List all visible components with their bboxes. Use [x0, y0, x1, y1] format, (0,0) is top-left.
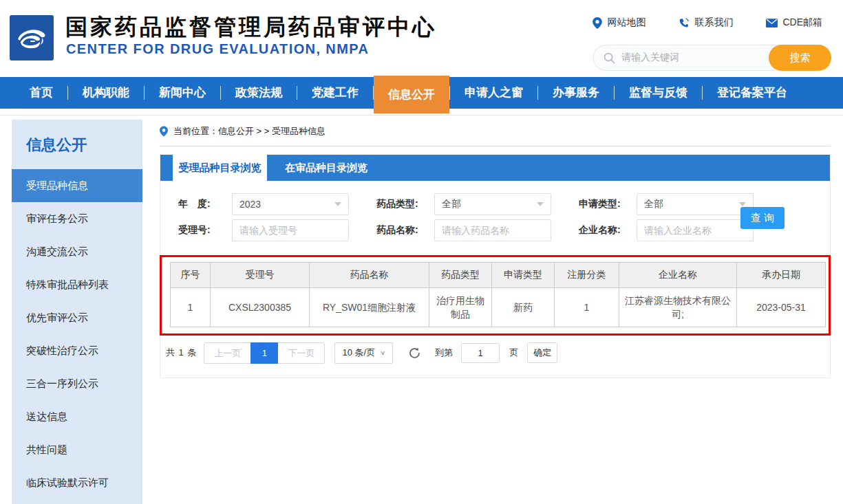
acceptance-number-input[interactable]: [239, 225, 341, 236]
nav-bottom-divider: [0, 115, 843, 116]
year-label: 年 度:: [178, 198, 232, 210]
sidebar-item-review-tasks[interactable]: 审评任务公示: [12, 202, 142, 235]
page-1-button[interactable]: 1: [250, 342, 278, 364]
location-pin-icon: [160, 126, 168, 137]
tab-bar: 受理品种目录浏览 在审品种目录浏览: [160, 155, 830, 181]
col-header-application-type: 申请类型: [492, 263, 555, 288]
company-name-label: 企业名称:: [579, 224, 637, 237]
cde-mail-link-label: CDE邮箱: [782, 17, 822, 29]
acceptance-number-field-box: [232, 219, 349, 241]
filter-row-1: 年 度: 2023 药品类型: 全部 申请类型: 全部: [178, 193, 830, 215]
phone-icon: [679, 17, 690, 28]
main-content: 当前位置：信息公开 > > 受理品种信息 受理品种目录浏览 在审品种目录浏览 年…: [160, 120, 831, 378]
breadcrumb-divider: [160, 146, 831, 146]
company-name-field-box: [637, 219, 754, 241]
cell-acceptance-number: CXSL2300385: [211, 288, 310, 327]
col-header-drug-name: 药品名称: [310, 263, 429, 288]
year-select[interactable]: 2023: [232, 193, 349, 215]
chevron-down-icon: [739, 202, 746, 206]
sitemap-link-label: 网站地图: [607, 17, 645, 29]
sidebar-item-communication[interactable]: 沟通交流公示: [12, 235, 142, 268]
application-type-select-value: 全部: [644, 198, 663, 210]
page-size-select[interactable]: 10 条/页 ∨: [334, 342, 393, 364]
tab-under-review-catalog[interactable]: 在审品种目录浏览: [267, 155, 385, 181]
col-header-drug-type: 药品类型: [429, 263, 492, 288]
cell-application-type: 新药: [492, 288, 555, 327]
contact-us-link[interactable]: 联系我们: [679, 17, 733, 29]
drug-name-input[interactable]: [442, 225, 544, 236]
acceptance-number-label: 受理号:: [178, 224, 232, 237]
confirm-button[interactable]: 确定: [527, 342, 557, 363]
search-button[interactable]: 搜索: [769, 45, 831, 71]
col-header-handling-date: 承办日期: [737, 263, 826, 288]
drug-name-label: 药品名称:: [376, 224, 434, 237]
sidebar-item-delivery-info[interactable]: 送达信息: [12, 400, 142, 433]
page-size-value: 10 条/页: [342, 347, 375, 359]
tab-accepted-catalog[interactable]: 受理品种目录浏览: [173, 155, 267, 181]
sidebar-item-special-approval[interactable]: 特殊审批品种列表: [12, 268, 142, 301]
drug-type-label: 药品类型:: [376, 198, 434, 210]
search-input[interactable]: 请输入关键词: [621, 52, 679, 64]
cell-registration-class: 1: [555, 288, 619, 327]
total-count-label: 共 1 条: [166, 347, 197, 359]
mail-icon: [766, 19, 778, 28]
nav-item-home[interactable]: 首页: [15, 77, 67, 109]
chevron-down-icon: ∨: [380, 349, 385, 356]
filter-row-2: 受理号: 药品名称: 企业名称:: [178, 219, 830, 241]
goto-page-label: 到第: [435, 347, 453, 359]
prev-page-button[interactable]: 上一页: [204, 343, 250, 363]
sidebar: 信息公开 受理品种信息 审评任务公示 沟通交流公示 特殊审批品种列表 优先审评公…: [12, 120, 142, 504]
col-header-registration-class: 注册分类: [555, 263, 619, 288]
chevron-down-icon: [537, 202, 544, 206]
application-type-select[interactable]: 全部: [637, 193, 754, 215]
breadcrumb-text: 当前位置：信息公开 > > 受理品种信息: [173, 125, 326, 138]
cde-mail-link[interactable]: CDE邮箱: [766, 17, 822, 29]
table-header-row: 序号 受理号 药品名称 药品类型 申请类型 注册分类 企业名称 承办日期: [171, 263, 826, 288]
nav-item-info-disclosure[interactable]: 信息公开: [374, 76, 449, 113]
nav-item-supervision-feedback[interactable]: 监督与反馈: [615, 77, 702, 109]
drug-type-select[interactable]: 全部: [434, 193, 551, 215]
nav-item-policies[interactable]: 政策法规: [221, 77, 297, 109]
nav-item-functions[interactable]: 机构职能: [68, 77, 144, 109]
goto-page-input[interactable]: [461, 343, 500, 363]
nav-item-services[interactable]: 办事服务: [538, 77, 614, 109]
col-header-acceptance-number: 受理号: [211, 263, 310, 288]
sidebar-item-clinical-trial-implied-license[interactable]: 临床试验默示许可: [12, 466, 142, 499]
sidebar-item-priority-review[interactable]: 优先审评公示: [12, 301, 142, 334]
site-title-chinese: 国家药品监督管理局药品审评中心: [65, 12, 437, 43]
page-unit-label: 页: [509, 347, 518, 359]
next-page-button[interactable]: 下一页: [278, 343, 324, 363]
sidebar-item-accepted-varieties[interactable]: 受理品种信息: [12, 169, 142, 202]
results-table: 序号 受理号 药品名称 药品类型 申请类型 注册分类 企业名称 承办日期 1 C…: [170, 262, 826, 327]
cell-seq: 1: [171, 288, 211, 327]
sidebar-item-breakthrough-therapy[interactable]: 突破性治疗公示: [12, 334, 142, 367]
drug-name-field-box: [434, 219, 551, 241]
company-name-input[interactable]: [644, 225, 746, 236]
col-header-seq: 序号: [171, 263, 211, 288]
cell-drug-type: 治疗用生物制品: [429, 288, 492, 327]
refresh-button[interactable]: [408, 347, 421, 360]
cell-drug-name: RY_SW01细胞注射液: [310, 288, 429, 327]
swan-logo-icon: [14, 24, 50, 52]
sidebar-item-three-in-one[interactable]: 三合一序列公示: [12, 367, 142, 400]
cde-logo[interactable]: [10, 15, 54, 61]
site-title-english: CENTER FOR DRUG EVALUATION, NMPA: [66, 41, 369, 57]
sidebar-title: 信息公开: [12, 120, 142, 169]
chevron-down-icon: [334, 202, 341, 206]
nav-item-registration-platform[interactable]: 登记备案平台: [703, 77, 802, 109]
breadcrumb: 当前位置：信息公开 > > 受理品种信息: [160, 120, 831, 140]
refresh-icon: [408, 347, 421, 360]
query-button[interactable]: 查 询: [740, 207, 785, 229]
nav-item-party-building[interactable]: 党建工作: [297, 77, 373, 109]
drug-type-select-value: 全部: [442, 198, 461, 210]
filter-form: 年 度: 2023 药品类型: 全部 申请类型: 全部 受理号:: [160, 181, 830, 255]
nav-item-news[interactable]: 新闻中心: [145, 77, 220, 109]
application-type-label: 申请类型:: [579, 198, 637, 210]
sidebar-item-common-issues[interactable]: 共性问题: [12, 433, 142, 466]
sitemap-link[interactable]: 网站地图: [593, 17, 645, 29]
col-header-company-name: 企业名称: [619, 263, 737, 288]
nav-item-applicant-window[interactable]: 申请人之窗: [450, 77, 537, 109]
cell-company-name: 江苏睿源生物技术有限公司;: [619, 288, 737, 327]
contact-us-link-label: 联系我们: [694, 17, 733, 29]
red-highlight-annotation: 序号 受理号 药品名称 药品类型 申请类型 注册分类 企业名称 承办日期 1 C…: [160, 255, 831, 336]
